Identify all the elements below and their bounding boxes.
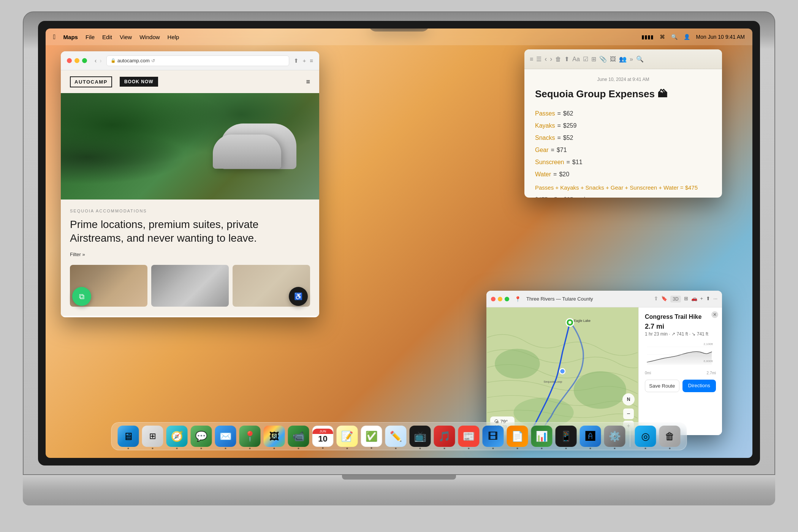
svg-point-5	[568, 321, 572, 324]
dock-icon-facetime[interactable]: 📹	[288, 426, 309, 447]
maximize-button[interactable]	[82, 58, 87, 63]
notes-delete-icon[interactable]: 🗑	[555, 56, 561, 63]
dock-icon-freeform[interactable]: ✏️	[385, 426, 407, 447]
maps-minimize-button[interactable]	[498, 297, 502, 301]
dock-icon-photos[interactable]: 🖼	[264, 426, 285, 447]
dock-icon-reminders[interactable]: ✅	[361, 426, 382, 447]
maps-export-icon[interactable]: ⬆	[706, 296, 710, 302]
back-button[interactable]: ‹	[95, 57, 97, 64]
dock-icon-launchpad[interactable]: ⊞	[142, 426, 163, 447]
maps-maximize-button[interactable]	[505, 297, 509, 301]
dock-icon-tv[interactable]: 📺	[410, 426, 431, 447]
user-icon[interactable]: 👤	[684, 34, 690, 40]
dock-icon-messages[interactable]: 💬	[191, 426, 212, 447]
menu-app-name[interactable]: Maps	[63, 34, 78, 40]
menubar-right: ▮▮▮▮ ⌘ 🔍 👤 Mon Jun 10 9:41 AM	[641, 34, 745, 40]
notes-more-icon[interactable]: »	[630, 56, 633, 63]
dock-icon-control-center[interactable]: ◎	[635, 426, 656, 447]
map-area[interactable]: Eagle Lake Sequoia Loop 🌤 79° AQI 29 ● N	[486, 307, 638, 435]
apple-logo-icon[interactable]: 	[53, 33, 56, 41]
maps-close-button[interactable]	[491, 297, 496, 301]
menu-help[interactable]: Help	[168, 34, 179, 40]
dock-icon-news[interactable]: 📰	[458, 426, 480, 447]
maps-bookmark-icon[interactable]: 🔖	[661, 296, 667, 302]
notes-sub-formula: $475 ÷ 5 = $95 each	[535, 193, 711, 198]
sidebar-icon[interactable]: ≡	[310, 57, 313, 64]
dock-icon-trash[interactable]: 🗑	[659, 426, 681, 447]
dock-icon-mail[interactable]: ✉️	[215, 426, 236, 447]
notes-table-icon[interactable]: ⊞	[591, 55, 596, 63]
maps-traffic-lights	[491, 297, 509, 301]
notes-toolbar: ≡ ☰ ‹ › 🗑 ⬆ Aa ☑ ⊞ 📎 🖼 👥 »	[524, 49, 722, 69]
image-grid	[70, 265, 310, 307]
new-tab-icon[interactable]: +	[302, 57, 306, 64]
maps-more-icon[interactable]: ···	[713, 296, 717, 302]
hinge-notch	[342, 475, 456, 480]
maps-share-icon[interactable]: ⇪	[654, 296, 658, 302]
browser-traffic-lights	[67, 58, 87, 63]
notes-forward-icon[interactable]: ›	[550, 55, 552, 63]
close-button[interactable]	[67, 58, 72, 63]
dock-icon-pages[interactable]: 📄	[507, 426, 528, 447]
forward-button[interactable]: ›	[100, 57, 101, 64]
directions-button[interactable]: Directions	[682, 380, 716, 392]
notes-attach-icon[interactable]: 📎	[599, 55, 607, 63]
dock-icon-calendar[interactable]: JUN 10	[312, 426, 334, 447]
dock-icon-iphone-mirroring[interactable]: 📱	[556, 426, 577, 447]
notes-search-icon[interactable]: 🔍	[636, 55, 644, 63]
save-route-button[interactable]: Save Route	[645, 380, 679, 392]
maps-layers-icon[interactable]: ⊞	[684, 296, 688, 302]
share-icon[interactable]: ⬆	[294, 57, 299, 64]
dock-icon-numbers[interactable]: 📊	[531, 426, 553, 447]
airstream-grid-image	[151, 265, 229, 307]
notes-line-passes: Passes = $62	[535, 108, 711, 120]
browser-window: ‹ › 🔒 autocamp.com ↺ ⬆ + ≡	[61, 51, 319, 317]
clock: Mon Jun 10 9:41 AM	[696, 34, 745, 40]
svg-point-2	[574, 371, 626, 409]
notes-share-icon[interactable]: ⬆	[564, 55, 569, 63]
notes-list-icon[interactable]: ☰	[536, 55, 542, 63]
dock-icon-safari[interactable]: 🧭	[166, 426, 188, 447]
compass[interactable]: N	[622, 393, 635, 405]
zoom-minus-button[interactable]: −	[623, 408, 634, 419]
dock-icon-finder[interactable]: 🖥	[118, 426, 139, 447]
maps-traffic-icon[interactable]: 🚗	[691, 296, 697, 302]
notes-format-icon[interactable]: Aa	[572, 56, 580, 63]
dock-icon-system-settings[interactable]: ⚙️	[604, 426, 625, 447]
lock-icon: 🔒	[111, 58, 116, 63]
maps-3d-button[interactable]: 3D	[670, 296, 681, 302]
notes-toolbar-icons: ≡ ☰ ‹ › 🗑 ⬆ Aa ☑ ⊞ 📎 🖼 👥 »	[530, 55, 644, 63]
menu-view[interactable]: View	[120, 34, 132, 40]
notes-sidebar-icon[interactable]: ≡	[530, 56, 533, 63]
minimize-button[interactable]	[74, 58, 79, 63]
reload-icon[interactable]: ↺	[151, 58, 155, 63]
screen-share-button[interactable]: ⧉	[72, 287, 91, 306]
notes-checklist-icon[interactable]: ☑	[583, 55, 588, 63]
filter-link[interactable]: Filter »	[70, 252, 310, 257]
hike-panel-close-button[interactable]: ✕	[711, 311, 718, 318]
notes-media-icon[interactable]: 🖼	[610, 56, 616, 63]
hamburger-menu-icon[interactable]: ≡	[306, 78, 310, 86]
dock-icon-app-store[interactable]: 🅰	[580, 426, 601, 447]
dock-icon-maps[interactable]: 📍	[239, 426, 261, 447]
notes-line-kayaks: Kayaks = $259	[535, 120, 711, 132]
wifi-icon: ⌘	[660, 34, 665, 40]
notes-back-icon[interactable]: ‹	[545, 55, 547, 63]
accessibility-button[interactable]: ♿	[289, 287, 308, 306]
maps-add-icon[interactable]: +	[700, 296, 703, 302]
dock-icon-notes[interactable]: 📝	[337, 426, 358, 447]
dock-icon-music[interactable]: 🎵	[434, 426, 455, 447]
book-now-button[interactable]: BOOK NOW	[120, 77, 158, 87]
macbook:  Maps File Edit View Window Help ▮▮▮▮ ⌘…	[23, 11, 775, 521]
menu-edit[interactable]: Edit	[102, 34, 112, 40]
dock-icon-keynote[interactable]: 🎞	[483, 426, 504, 447]
notes-collab-icon[interactable]: 👥	[619, 55, 627, 63]
menu-window[interactable]: Window	[139, 34, 160, 40]
maps-location-icon: 📍	[515, 296, 521, 302]
notes-line-sunscreen: Sunscreen = $11	[535, 156, 711, 168]
menu-file[interactable]: File	[86, 34, 95, 40]
svg-text:2,100ft: 2,100ft	[704, 342, 713, 346]
search-icon[interactable]: 🔍	[671, 34, 678, 40]
maps-location-text: Three Rivers — Tulare County	[526, 296, 593, 302]
address-bar[interactable]: 🔒 autocamp.com ↺	[106, 55, 290, 66]
